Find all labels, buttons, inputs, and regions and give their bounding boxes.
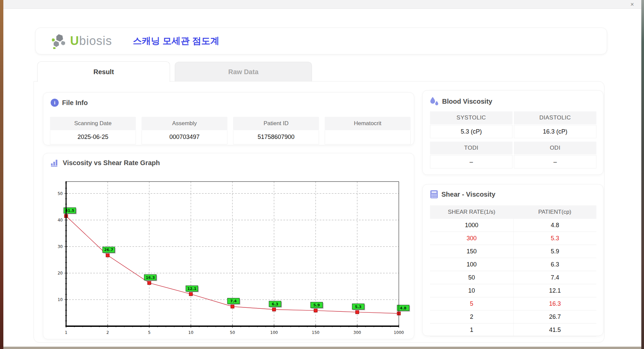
shear-viscosity-table: SHEAR RATE(1/s) PATIENT(cp) 10004.83005.… [430, 205, 596, 337]
svg-text:5: 5 [148, 330, 151, 335]
table-row: 10004.8 [430, 219, 596, 232]
field-label: Assembly [142, 117, 227, 130]
field-value [325, 130, 411, 144]
patient-cp-cell: 7.4 [513, 271, 596, 284]
systolic-label: SYSTOLIC [430, 111, 513, 124]
shear-rate-cell: 1 [430, 323, 513, 337]
shear-rate-cell: 2 [430, 310, 513, 323]
window-bottom-border [3, 347, 641, 349]
table-row: 141.5 [430, 323, 596, 337]
svg-text:5.3: 5.3 [355, 305, 362, 309]
shear-rate-cell: 5 [430, 297, 513, 310]
spacer [430, 139, 596, 141]
field-value: 000703497 [142, 130, 227, 144]
shear-rate-cell: 300 [430, 232, 513, 245]
table-row: 516.3 [430, 297, 596, 310]
blood-viscosity-grid: SYSTOLIC DIASTOLIC 5.3 (cP) 16.3 (cP) TO… [430, 111, 596, 168]
field-hematocrit: Hematocrit [325, 117, 411, 144]
table-row: 1006.3 [430, 258, 596, 271]
ubiosis-logo-icon [51, 33, 68, 49]
svg-text:5.9: 5.9 [313, 303, 320, 307]
svg-text:10: 10 [188, 330, 193, 335]
patient-cp-cell: 12.1 [513, 284, 596, 297]
info-icon: i [51, 99, 59, 107]
header-card: Ubiosis 스캐닝 모세관 점도계 [35, 28, 607, 54]
patient-cp-cell: 16.3 [513, 297, 596, 310]
calculator-icon [430, 190, 438, 199]
todi-value: – [430, 155, 513, 168]
table-row: 3005.3 [430, 232, 596, 245]
viscosity-shear-chart: 10203040501251050100150300100041.526.716… [51, 174, 410, 335]
blood-viscosity-title: Blood Viscosity [442, 98, 492, 105]
systolic-value: 5.3 (cP) [430, 125, 513, 138]
field-label: Scanning Date [50, 117, 136, 130]
shear-rate-cell: 10 [430, 284, 513, 297]
field-label: Patient ID [233, 117, 319, 130]
svg-text:50: 50 [58, 191, 63, 196]
svg-text:300: 300 [354, 330, 361, 335]
table-header-row: SHEAR RATE(1/s) PATIENT(cp) [430, 205, 596, 219]
bar-chart-icon [51, 159, 59, 167]
patient-cp-cell: 5.9 [513, 245, 596, 258]
shear-rate-cell: 1000 [430, 219, 513, 232]
svg-text:150: 150 [312, 330, 320, 335]
svg-text:16.3: 16.3 [146, 276, 155, 280]
ubiosis-logo-text: Ubiosis [70, 34, 112, 48]
field-assembly: Assembly 000703497 [142, 117, 227, 144]
tab-result[interactable]: Result [37, 61, 170, 82]
svg-text:40: 40 [58, 218, 63, 222]
diastolic-label: DIASTOLIC [514, 111, 596, 124]
svg-text:26.7: 26.7 [104, 248, 113, 252]
field-scanning-date: Scanning Date 2025-06-25 [50, 117, 136, 144]
diastolic-value: 16.3 (cP) [514, 125, 596, 138]
odi-value: – [514, 155, 596, 168]
svg-text:4.8: 4.8 [400, 306, 407, 310]
svg-text:1000: 1000 [394, 330, 404, 335]
shear-viscosity-title: Shear - Viscosity [441, 191, 495, 198]
file-info-title: File Info [62, 99, 88, 107]
desktop-edge-right [641, 0, 644, 349]
svg-text:7.4: 7.4 [230, 299, 237, 303]
blood-viscosity-panel: Blood Viscosity SYSTOLIC DIASTOLIC 5.3 (… [422, 90, 603, 175]
field-value: 51758607900 [233, 130, 319, 144]
svg-text:12.1: 12.1 [187, 287, 196, 291]
patient-cp-cell: 26.7 [513, 310, 596, 323]
shear-rate-cell: 100 [430, 258, 513, 271]
patient-cp-cell: 41.5 [513, 323, 596, 337]
file-info-fields: Scanning Date 2025-06-25 Assembly 000703… [50, 117, 411, 144]
patient-cp-cell: 4.8 [513, 219, 596, 232]
shear-rate-cell: 150 [430, 245, 513, 258]
table-row: 226.7 [430, 310, 596, 323]
ubiosis-logo: Ubiosis [51, 33, 112, 49]
window-titlebar: × [3, 0, 641, 9]
droplets-icon [430, 97, 439, 106]
page-title: 스캐닝 모세관 점도계 [133, 35, 219, 47]
field-value: 2025-06-25 [50, 130, 136, 144]
content-card: i File Info Scanning Date 2025-06-25 Ass… [34, 81, 604, 343]
svg-text:30: 30 [58, 244, 63, 249]
svg-text:50: 50 [230, 330, 235, 335]
svg-text:2: 2 [106, 330, 109, 335]
shear-rate-cell: 50 [430, 271, 513, 284]
odi-label: ODI [514, 142, 596, 154]
svg-text:6.3: 6.3 [272, 302, 278, 306]
field-patient-id: Patient ID 51758607900 [233, 117, 319, 144]
table-row: 1012.1 [430, 284, 596, 297]
svg-text:1: 1 [65, 330, 67, 335]
table-row: 507.4 [430, 271, 596, 284]
svg-text:41.5: 41.5 [65, 208, 74, 213]
col-header-patient: PATIENT(cp) [513, 205, 596, 219]
file-info-panel: i File Info Scanning Date 2025-06-25 Ass… [43, 92, 414, 145]
shear-viscosity-panel: Shear - Viscosity SHEAR RATE(1/s) PATIEN… [422, 184, 603, 336]
svg-text:100: 100 [270, 330, 278, 335]
desktop-edge-left [0, 0, 3, 349]
patient-cp-cell: 6.3 [513, 258, 596, 271]
window-close-icon[interactable]: × [630, 0, 634, 8]
patient-cp-cell: 5.3 [513, 232, 596, 245]
viscosity-graph-panel: Viscosity vs Shear Rate Graph 1020304050… [43, 153, 414, 339]
field-label: Hematocrit [325, 117, 411, 130]
table-row: 1505.9 [430, 245, 596, 258]
svg-text:20: 20 [58, 271, 63, 276]
graph-title: Viscosity vs Shear Rate Graph [63, 159, 160, 167]
tab-raw-data[interactable]: Raw Data [175, 62, 312, 82]
